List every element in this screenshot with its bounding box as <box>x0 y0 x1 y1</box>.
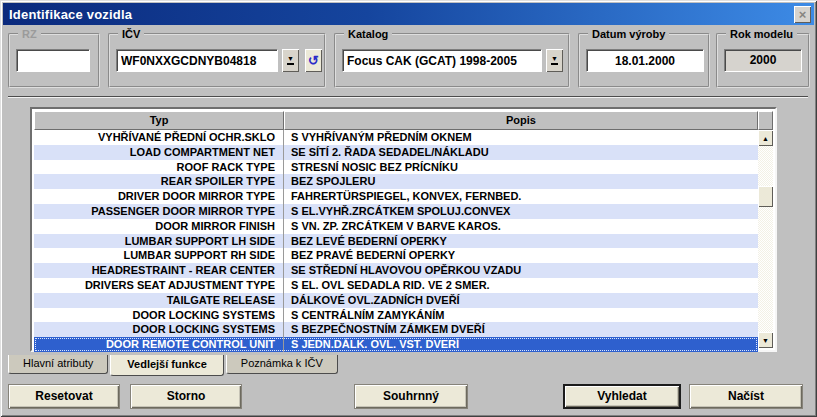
tab-poznamka-k-icv[interactable]: Poznámka k IČV <box>226 355 338 374</box>
cell-typ: LOAD COMPARTMENT NET <box>34 145 284 160</box>
table-row[interactable]: ROOF RACK TYPESTRESNÍ NOSIC BEZ PRÍCNÍKU <box>34 160 758 175</box>
window-title: Identifikace vozidla <box>3 7 132 22</box>
katalog-label: Katalog <box>344 27 392 41</box>
scroll-down-button[interactable]: ▼ <box>758 332 773 348</box>
nacist-button[interactable]: Načíst <box>689 384 803 409</box>
resetovat-button[interactable]: Resetovat <box>8 384 120 409</box>
cell-popis: SE SÍTÍ 2. ŘADA SEDADEL/NÁKLADU <box>284 145 758 160</box>
history-icon: ↺ <box>308 54 319 67</box>
cell-typ: LUMBAR SUPPORT LH SIDE <box>34 234 284 249</box>
close-icon: × <box>799 8 807 21</box>
table-row[interactable]: DRIVER DOOR MIRROR TYPEFAHRERTÜRSPIEGEL,… <box>34 189 758 204</box>
table-row[interactable]: REAR SPOILER TYPEBEZ SPOJLERU <box>34 174 758 189</box>
table-row[interactable]: DOOR LOCKING SYSTEMSS CENTRÁLNÍM ZAMYKÁN… <box>34 308 758 323</box>
vyhledat-button[interactable]: Vyhledat <box>563 384 681 409</box>
katalog-dropdown-button[interactable]: ▼ <box>546 49 563 72</box>
group-rok-modelu: Rok modelu 2000 <box>716 33 810 88</box>
icv-input[interactable] <box>116 49 278 72</box>
cell-popis: STRESNÍ NOSIC BEZ PRÍCNÍKU <box>284 160 758 175</box>
cell-typ: REAR SPOILER TYPE <box>34 174 284 189</box>
chevron-down-icon: ▼ <box>287 56 294 65</box>
arrow-down-icon: ▼ <box>762 337 769 344</box>
rz-input[interactable] <box>16 49 90 72</box>
storno-button[interactable]: Storno <box>130 384 242 409</box>
vertical-scrollbar[interactable]: ▲ ▼ <box>758 130 773 348</box>
group-katalog: Katalog ▼ <box>334 33 570 88</box>
icv-label: IČV <box>118 27 144 41</box>
datum-vyroby-input[interactable] <box>586 49 704 72</box>
chevron-down-icon: ▼ <box>551 56 558 65</box>
horizontal-divider <box>8 96 808 98</box>
table-row[interactable]: DOOR MIRROR FINISHS VN. ZP. ZRCÁTKEM V B… <box>34 219 758 234</box>
cell-popis: FAHRERTÜRSPIEGEL, KONVEX, FERNBED. <box>284 189 758 204</box>
cell-popis: BEZ LEVÉ BEDERNÍ OPERKY <box>284 234 758 249</box>
icv-history-button[interactable]: ↺ <box>305 49 322 72</box>
group-icv: IČV ▼ ↺ <box>108 33 326 88</box>
table-row[interactable]: DRIVERS SEAT ADJUSTMENT TYPES EL. OVL SE… <box>34 278 758 293</box>
cell-typ: ROOF RACK TYPE <box>34 160 284 175</box>
cell-popis: DÁLKOVÉ OVL.ZADNÍCH DVEŘÍ <box>284 293 758 308</box>
cell-typ: LUMBAR SUPPORT RH SIDE <box>34 248 284 263</box>
table-row[interactable]: DOOR REMOTE CONTROL UNITS JEDN.DÁLK. OVL… <box>34 337 758 352</box>
table-row[interactable]: LUMBAR SUPPORT LH SIDEBEZ LEVÉ BEDERNÍ O… <box>34 234 758 249</box>
column-header-popis[interactable]: Popis <box>284 111 758 130</box>
group-rz: RZ <box>8 33 100 88</box>
cell-popis: SE STŘEDNÍ HLAVOVOU OPĚRKOU VZADU <box>284 263 758 278</box>
cell-typ: DOOR LOCKING SYSTEMS <box>34 322 284 337</box>
datum-vyroby-label: Datum výroby <box>588 27 669 41</box>
cell-typ: VYHŘÍVANÉ PŘEDNÍ OCHR.SKLO <box>34 130 284 145</box>
cell-popis: S EL. OVL SEDADLA RID. VE 2 SMER. <box>284 278 758 293</box>
cell-popis: S BEZPEČNOSTNÍM ZÁMKEM DVEŘÍ <box>284 322 758 337</box>
katalog-input[interactable] <box>342 49 542 72</box>
cell-typ: TAILGATE RELEASE <box>34 293 284 308</box>
cell-popis: S VN. ZP. ZRCÁTKEM V BARVE KAROS. <box>284 219 758 234</box>
table-row[interactable]: PASSENGER DOOR MIRROR TYPES EL.VYHŘ.ZRCÁ… <box>34 204 758 219</box>
table-header: Typ Popis <box>34 111 773 130</box>
close-button[interactable]: × <box>794 6 811 23</box>
scrollbar-thumb[interactable] <box>758 186 773 207</box>
table-body: VYHŘÍVANÉ PŘEDNÍ OCHR.SKLOS VYHŘÍVANÝM P… <box>34 130 758 348</box>
column-header-typ[interactable]: Typ <box>34 111 284 130</box>
table-row[interactable]: HEADRESTRAINT - REAR CENTERSE STŘEDNÍ HL… <box>34 263 758 278</box>
table-row[interactable]: DOOR LOCKING SYSTEMSS BEZPEČNOSTNÍM ZÁMK… <box>34 322 758 337</box>
cell-popis: BEZ PRAVÉ BEDERNÍ OPERKY <box>284 248 758 263</box>
icv-dropdown-button[interactable]: ▼ <box>282 49 299 72</box>
arrow-up-icon: ▲ <box>762 135 769 142</box>
cell-popis: S EL.VYHŘ.ZRCÁTKEM SPOLUJ.CONVEX <box>284 204 758 219</box>
results-table: Typ Popis VYHŘÍVANÉ PŘEDNÍ OCHR.SKLOS VY… <box>30 107 777 352</box>
souhrnny-button[interactable]: Souhrnný <box>354 384 468 409</box>
cell-popis: BEZ SPOJLERU <box>284 174 758 189</box>
column-header-stub <box>758 111 773 130</box>
rok-modelu-label: Rok modelu <box>726 27 797 41</box>
cell-typ: DOOR MIRROR FINISH <box>34 219 284 234</box>
scroll-up-button[interactable]: ▲ <box>758 130 773 146</box>
cell-typ: HEADRESTRAINT - REAR CENTER <box>34 263 284 278</box>
cell-typ: PASSENGER DOOR MIRROR TYPE <box>34 204 284 219</box>
tab-vedlejsi-funkce[interactable]: Vedlejší funkce <box>110 355 223 376</box>
group-datum-vyroby: Datum výroby <box>578 33 710 88</box>
table-row[interactable]: LUMBAR SUPPORT RH SIDEBEZ PRAVÉ BEDERNÍ … <box>34 248 758 263</box>
tab-strip: Hlavní atributy Vedlejší funkce Poznámka… <box>8 355 340 377</box>
cell-popis: S CENTRÁLNÍM ZAMYKÁNÍM <box>284 308 758 323</box>
cell-typ: DRIVER DOOR MIRROR TYPE <box>34 189 284 204</box>
tab-hlavni-atributy[interactable]: Hlavní atributy <box>8 355 108 374</box>
table-row[interactable]: TAILGATE RELEASEDÁLKOVÉ OVL.ZADNÍCH DVEŘ… <box>34 293 758 308</box>
cell-popis: S JEDN.DÁLK. OVL. VST. DVERÍ <box>284 337 758 352</box>
dialog-identifikace-vozidla: Identifikace vozidla × RZ IČV ▼ ↺ Katalo… <box>0 0 817 417</box>
cell-typ: DOOR REMOTE CONTROL UNIT <box>34 337 284 352</box>
rz-label: RZ <box>18 27 41 41</box>
title-bar[interactable]: Identifikace vozidla × <box>3 3 814 25</box>
table-row[interactable]: VYHŘÍVANÉ PŘEDNÍ OCHR.SKLOS VYHŘÍVANÝM P… <box>34 130 758 145</box>
cell-popis: S VYHŘÍVANÝM PŘEDNÍM OKNEM <box>284 130 758 145</box>
table-row[interactable]: LOAD COMPARTMENT NETSE SÍTÍ 2. ŘADA SEDA… <box>34 145 758 160</box>
cell-typ: DRIVERS SEAT ADJUSTMENT TYPE <box>34 278 284 293</box>
rok-modelu-value: 2000 <box>724 49 802 72</box>
cell-typ: DOOR LOCKING SYSTEMS <box>34 308 284 323</box>
